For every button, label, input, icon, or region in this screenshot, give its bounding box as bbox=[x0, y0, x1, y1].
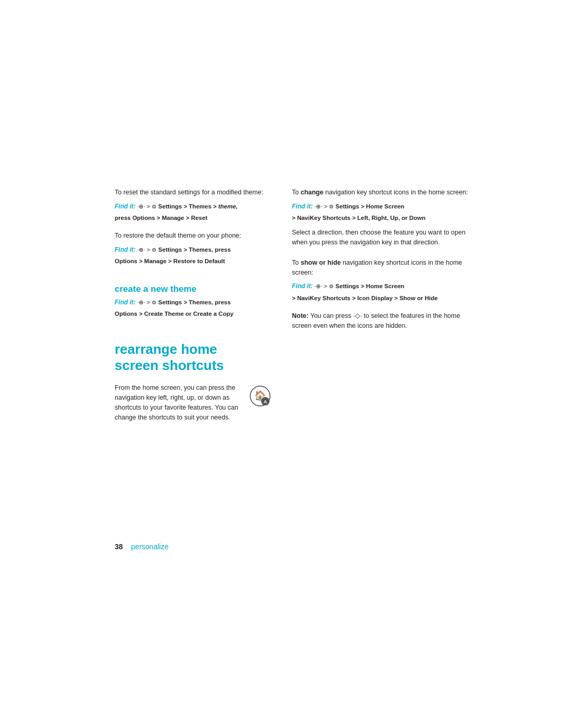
change-path2: > NaviKey Shortcuts > Left, Right, Up, o… bbox=[292, 213, 480, 223]
show-hide-path2: > NaviKey Shortcuts > Icon Display > Sho… bbox=[292, 293, 480, 303]
create-path: Settings > Themes, press bbox=[158, 299, 231, 305]
note-label: Note: bbox=[292, 312, 309, 319]
svg-text:A: A bbox=[264, 399, 267, 404]
show-hide-settings-icon: ⚙ bbox=[329, 282, 334, 290]
show-hide-nav-icon: ·⊕· > bbox=[314, 282, 327, 291]
reset-find-label: Find it: bbox=[115, 203, 136, 210]
restore-settings-icon: ⚙ bbox=[152, 246, 156, 254]
spacer2 bbox=[115, 268, 271, 275]
reset-intro: To reset the standard settings for a mod… bbox=[115, 188, 271, 198]
restore-intro: To restore the default theme on your pho… bbox=[115, 231, 271, 241]
change-find-it: Find it: ·⊕· > ⚙ Settings > Home Screen bbox=[292, 202, 480, 211]
reset-path: Settings > Themes > theme, bbox=[158, 203, 238, 209]
restore-find-it: Find it: ·⊕· > ⚙ Settings > Themes, pres… bbox=[115, 245, 271, 254]
reset-path2: press Options > Manage > Reset bbox=[115, 213, 271, 223]
rearrange-body: From the home screen, you can press the … bbox=[115, 383, 242, 422]
page-number: 38 bbox=[115, 542, 123, 551]
change-intro: To change navigation key shortcut icons … bbox=[292, 188, 480, 198]
create-settings-icon: ⚙ bbox=[152, 299, 156, 306]
right-column: To change navigation key shortcut icons … bbox=[292, 188, 480, 426]
reset-settings-icon: ⚙ bbox=[152, 203, 156, 211]
show-hide-intro: To show or hide navigation key shortcut … bbox=[292, 258, 480, 278]
create-find-label: Find it: bbox=[115, 299, 136, 306]
reset-find-it: Find it: ·⊕· > ⚙ Settings > Themes > the… bbox=[115, 202, 271, 211]
home-section: From the home screen, you can press the … bbox=[115, 383, 271, 426]
create-path2: Options > Create Theme or Create a Copy bbox=[115, 309, 271, 318]
rearrange-heading: rearrange homescreen shortcuts bbox=[115, 341, 271, 374]
page-footer: 38 personalize bbox=[115, 542, 168, 551]
show-hide-find-label: Find it: bbox=[292, 282, 313, 290]
change-settings-icon: ⚙ bbox=[329, 203, 334, 211]
restore-nav-icon: ·⊕· > bbox=[137, 245, 150, 254]
create-nav-icon: ·⊕· > bbox=[137, 298, 150, 307]
reset-nav-icon: ·⊕· > bbox=[137, 202, 150, 211]
change-nav-icon: ·⊕· > bbox=[314, 202, 327, 211]
show-hide-path: Settings > Home Screen bbox=[336, 283, 405, 289]
restore-find-label: Find it: bbox=[115, 246, 136, 253]
restore-path: Settings > Themes, press bbox=[158, 246, 231, 253]
change-body: Select a direction, then choose the feat… bbox=[292, 228, 480, 248]
note-body: You can press ·◇· to select the features… bbox=[292, 312, 460, 329]
show-hide-find-it: Find it: ·⊕· > ⚙ Settings > Home Screen bbox=[292, 281, 480, 291]
change-find-label: Find it: bbox=[292, 203, 313, 210]
page-category: personalize bbox=[131, 542, 169, 551]
create-heading: create a new theme bbox=[115, 284, 271, 294]
left-column: To reset the standard settings for a mod… bbox=[115, 188, 271, 426]
spacer1 bbox=[115, 225, 271, 231]
spacer3 bbox=[115, 320, 271, 330]
note-text: Note: You can press ·◇· to select the fe… bbox=[292, 311, 480, 331]
create-find-it: Find it: ·⊕· > ⚙ Settings > Themes, pres… bbox=[115, 298, 271, 307]
change-path: Settings > Home Screen bbox=[336, 203, 405, 209]
spacer6 bbox=[292, 305, 480, 311]
two-column-layout: To reset the standard settings for a mod… bbox=[115, 188, 480, 426]
home-screen-icon: 🏠 A bbox=[249, 385, 271, 407]
restore-path2: Options > Manage > Restore to Default bbox=[115, 256, 271, 266]
page-content: To reset the standard settings for a mod… bbox=[115, 188, 480, 426]
spacer5 bbox=[292, 252, 480, 258]
home-body-text: From the home screen, you can press the … bbox=[115, 383, 242, 426]
